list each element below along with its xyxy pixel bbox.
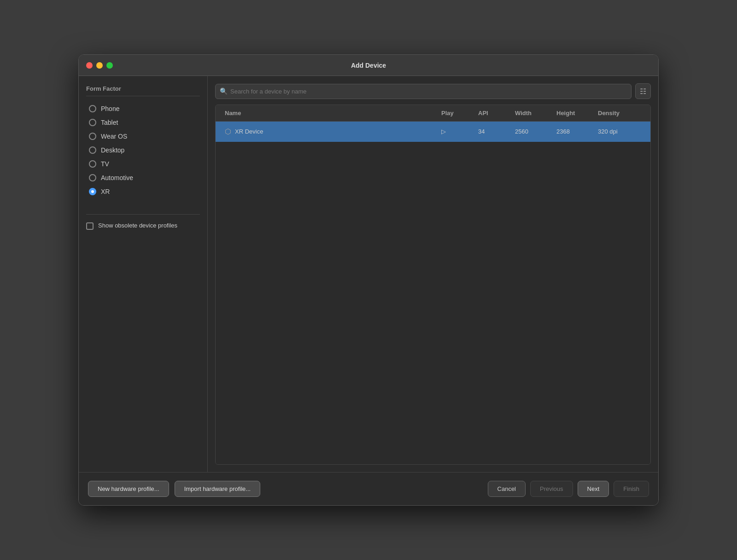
main-panel: 🔍 ☷ Name Play API Width Height Density [208,76,658,472]
footer-right: Cancel Previous Next Finish [488,481,649,497]
radio-label-wear-os: Wear OS [101,133,127,140]
radio-label-tablet: Tablet [101,119,118,126]
radio-circle-desktop [89,146,96,154]
dialog-title: Add Device [351,62,386,69]
radio-circle-phone [89,105,96,112]
radio-label-phone: Phone [101,105,119,112]
cell-api: 34 [474,122,511,141]
radio-circle-wear-os [89,133,96,140]
search-icon: 🔍 [220,88,228,95]
content-area: Form Factor Phone Tablet Wear OS [79,76,658,472]
table-row[interactable]: ⬡ XR Device ▷ 34 2560 2368 320 dpi [216,122,650,142]
radio-circle-tv [89,160,96,168]
radio-item-tv[interactable]: TV [86,158,200,170]
minimize-button[interactable] [96,62,103,69]
col-header-width: Width [511,105,553,121]
cell-width: 2560 [511,122,553,141]
radio-item-desktop[interactable]: Desktop [86,144,200,156]
show-obsolete-label: Show obsolete device profiles [98,222,177,229]
col-header-play: Play [438,105,474,121]
add-device-dialog: Add Device Form Factor Phone Tablet [78,54,659,506]
maximize-button[interactable] [106,62,113,69]
import-hardware-profile-button[interactable]: Import hardware profile... [175,481,261,497]
col-header-api: API [474,105,511,121]
new-hardware-profile-button[interactable]: New hardware profile... [88,481,169,497]
radio-item-wear-os[interactable]: Wear OS [86,130,200,142]
col-header-height: Height [553,105,594,121]
sidebar: Form Factor Phone Tablet Wear OS [79,76,208,472]
radio-label-automotive: Automotive [101,174,133,181]
window-controls [86,62,113,69]
cell-name: ⬡ XR Device [221,122,438,141]
sidebar-divider [86,214,200,215]
footer-left: New hardware profile... Import hardware … [88,481,482,497]
show-obsolete-checkbox[interactable] [86,222,94,230]
device-type-icon: ⬡ [225,127,231,136]
table-body: ⬡ XR Device ▷ 34 2560 2368 320 dpi [216,122,650,464]
table-header: Name Play API Width Height Density [216,105,650,122]
cell-height: 2368 [553,122,594,141]
view-toggle-icon: ☷ [640,87,646,96]
radio-circle-automotive [89,174,96,181]
form-factor-radio-group: Phone Tablet Wear OS Desktop [86,103,200,198]
radio-item-automotive[interactable]: Automotive [86,172,200,184]
cancel-button[interactable]: Cancel [488,481,526,497]
col-header-name: Name [221,105,438,121]
col-header-density: Density [594,105,645,121]
radio-label-desktop: Desktop [101,146,124,154]
search-input[interactable] [215,84,632,99]
device-table: Name Play API Width Height Density ⬡ XR … [215,105,651,465]
form-factor-label: Form Factor [86,85,200,96]
radio-item-phone[interactable]: Phone [86,103,200,115]
cell-play: ▷ [438,122,474,141]
play-icon: ▷ [441,128,446,135]
radio-item-xr[interactable]: XR [86,186,200,198]
view-toggle-button[interactable]: ☷ [635,83,651,99]
next-button[interactable]: Next [578,481,609,497]
search-input-wrap: 🔍 [215,84,632,99]
show-obsolete-checkbox-row[interactable]: Show obsolete device profiles [86,222,200,230]
cell-density: 320 dpi [594,122,645,141]
title-bar: Add Device [79,55,658,76]
close-button[interactable] [86,62,93,69]
radio-item-tablet[interactable]: Tablet [86,117,200,128]
footer: New hardware profile... Import hardware … [79,472,658,505]
radio-label-xr: XR [101,188,110,195]
device-name-text: XR Device [235,128,263,135]
previous-button[interactable]: Previous [530,481,573,497]
radio-circle-tablet [89,119,96,126]
radio-circle-xr [89,188,96,195]
radio-label-tv: TV [101,160,109,168]
finish-button[interactable]: Finish [614,481,649,497]
search-bar-row: 🔍 ☷ [215,83,651,99]
